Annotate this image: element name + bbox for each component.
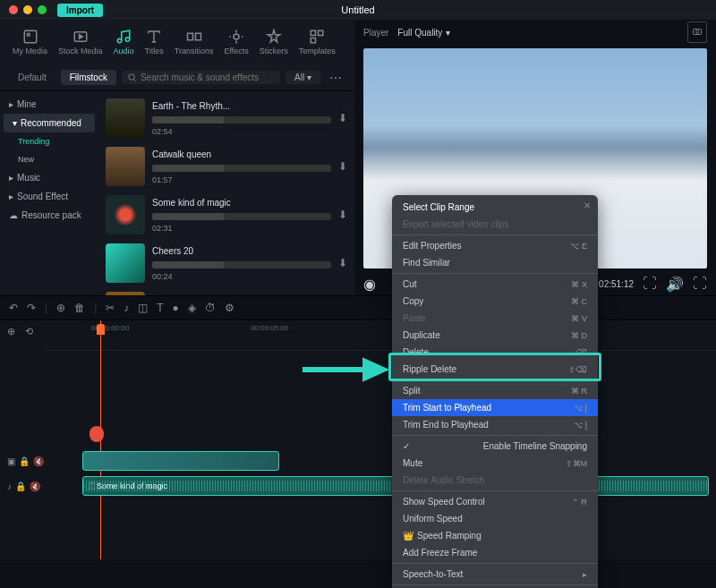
music-tool-icon[interactable]: ♪ [124, 302, 129, 314]
close-icon[interactable]: ✕ [584, 200, 591, 210]
nav-new[interactable]: New [0, 150, 98, 168]
waveform-icon [152, 165, 331, 172]
sliders-icon[interactable]: ⚙ [225, 302, 234, 314]
track-duration: 01:57 [152, 175, 331, 184]
tab-stock-media[interactable]: Stock Media [53, 25, 108, 59]
filter-all[interactable]: All ▾ [286, 71, 320, 84]
snapshot-icon[interactable] [687, 21, 707, 43]
track-link-icon[interactable]: ⟲ [25, 326, 33, 337]
context-menu: ✕ Select Clip Range Export selected vide… [392, 195, 598, 588]
record-icon[interactable]: ● [173, 302, 179, 314]
mute-icon[interactable]: 🔇 [33, 456, 44, 466]
ctx-uniform-speed[interactable]: Uniform Speed [392, 510, 598, 527]
mute-icon[interactable]: 🔇 [30, 481, 40, 491]
tab-audio[interactable]: Audio [108, 25, 140, 59]
volume-icon[interactable]: 🔊 [666, 276, 684, 293]
ctx-copy[interactable]: Copy⌘ C [392, 293, 598, 310]
time-ruler[interactable]: 00:00:00:00 00:00:05:00 00:00:10:00 [45, 320, 716, 351]
audio-track-item[interactable]: Cheers 2000:24⬇ [102, 240, 351, 286]
subtab-filmstock[interactable]: Filmstock [61, 70, 116, 85]
cut-tool-icon[interactable]: ✂ [106, 302, 115, 314]
media-panel: My Media Stock Media Audio Titles Transi… [0, 20, 354, 295]
track-thumbnail [106, 147, 145, 186]
track-duration: 02:31 [152, 224, 331, 233]
ctx-freeze-frame[interactable]: Add Freeze Frame [392, 544, 598, 561]
nav-mine[interactable]: ▸ Mine [0, 95, 98, 114]
import-button[interactable]: Import [57, 4, 103, 17]
waveform-icon [152, 213, 331, 220]
ctx-trim-end[interactable]: Trim End to Playhead⌥ ] [392, 416, 598, 433]
ctx-speed-ramping[interactable]: 👑Speed Ramping [392, 527, 598, 544]
text-tool-icon[interactable]: T [157, 302, 163, 314]
audio-track-item[interactable]: Happy Holidays-Al...01:09⬇ [102, 288, 351, 295]
tab-label: Transitions [175, 47, 214, 55]
svg-rect-12 [694, 30, 702, 35]
ctx-delete-stretch: Delete Audio Stretch [392, 472, 598, 489]
crop-tool-icon[interactable]: ◫ [138, 302, 148, 314]
lock-icon[interactable]: 🔒 [15, 481, 26, 491]
svg-point-7 [234, 34, 239, 39]
ctx-mute[interactable]: Mute⇧⌘M [392, 455, 598, 472]
speed-icon[interactable]: ⏱ [205, 302, 216, 314]
ctx-duplicate[interactable]: Duplicate⌘ D [392, 327, 598, 344]
audio-track-item[interactable]: Catwalk queen01:57⬇ [102, 143, 351, 190]
ctx-split[interactable]: Split⌘ R [392, 382, 598, 399]
maximize-window-button[interactable] [38, 5, 47, 14]
ctx-export-selected: Export selected video clips [392, 216, 598, 233]
title-bar: Import Untitled [0, 0, 716, 20]
search-input[interactable] [141, 72, 275, 82]
tab-stickers[interactable]: Stickers [254, 25, 294, 59]
track-visibility-icon[interactable]: ▣ [7, 456, 15, 466]
download-icon[interactable]: ⬇ [338, 112, 347, 124]
nav-sound-effect[interactable]: ▸ Sound Effect [0, 187, 98, 206]
search-box[interactable] [122, 71, 280, 84]
delete-icon[interactable]: 🗑 [74, 302, 85, 314]
download-icon[interactable]: ⬇ [338, 257, 347, 269]
ctx-trim-start[interactable]: Trim Start to Playhead⌥ [ [392, 399, 598, 416]
ctx-speech-to-text[interactable]: Speech-to-Text▸ [392, 566, 598, 583]
clip-label: Some kind of magic [97, 481, 167, 490]
tab-label: My Media [13, 47, 47, 55]
subtab-default[interactable]: Default [9, 70, 55, 85]
nav-resource-pack[interactable]: ☁ Resource pack [0, 206, 98, 225]
lock-icon[interactable]: 🔒 [19, 456, 30, 466]
download-icon[interactable]: ⬇ [338, 209, 347, 221]
crop-icon[interactable]: ⛶ [643, 276, 657, 292]
quality-selector[interactable]: Full Quality ▾ [397, 28, 450, 38]
undo-icon[interactable]: ↶ [9, 302, 18, 314]
video-clip[interactable] [82, 451, 279, 471]
ctx-speed-control[interactable]: Show Speed Control⌃ R [392, 493, 598, 510]
ctx-ripple-delete[interactable]: Ripple Delete⇧⌫ [392, 361, 598, 378]
audio-track-item[interactable]: Earth - The Rhyth...02:54⬇ [102, 95, 351, 141]
minimize-window-button[interactable] [23, 5, 32, 14]
tab-titles[interactable]: Titles [140, 25, 169, 59]
stop-icon[interactable]: ◉ [363, 276, 376, 293]
window-controls [9, 5, 47, 14]
audio-track-item[interactable]: Some kind of magic02:31⬇ [102, 192, 351, 238]
redo-icon[interactable]: ↷ [27, 302, 36, 314]
ctx-delete[interactable]: Delete⌫ [392, 344, 598, 361]
tab-label: Audio [114, 47, 134, 55]
tab-my-media[interactable]: My Media [7, 25, 53, 59]
ctx-cut[interactable]: Cut⌘ X [392, 276, 598, 293]
marker-icon[interactable]: ◈ [188, 302, 196, 314]
nav-recommended[interactable]: ▾ Recommended [4, 114, 95, 132]
close-window-button[interactable] [9, 5, 18, 14]
tab-effects[interactable]: Effects [218, 25, 253, 59]
fullscreen-icon[interactable]: ⛶ [693, 276, 707, 292]
track-audio-icon[interactable]: ♪ [7, 481, 12, 491]
nav-music[interactable]: ▸ Music [0, 168, 98, 187]
download-icon[interactable]: ⬇ [338, 160, 347, 173]
ctx-find-similar[interactable]: Find Similar [392, 254, 598, 271]
pointer-tool-icon[interactable]: ⊕ [56, 302, 65, 314]
ctx-edit-properties[interactable]: Edit Properties⌥ E [392, 237, 598, 254]
track-add-icon[interactable]: ⊕ [7, 326, 15, 337]
crown-icon: 👑 [403, 531, 413, 541]
track-title: Cheers 20 [152, 246, 331, 256]
tab-transitions[interactable]: Transitions [169, 25, 219, 59]
tab-templates[interactable]: Templates [294, 25, 341, 59]
more-options-icon[interactable]: ⋯ [326, 71, 345, 85]
nav-trending[interactable]: Trending [0, 132, 98, 150]
ctx-snapping[interactable]: ✓ Enable Timeline Snapping [392, 438, 598, 455]
timeline-marker[interactable] [90, 426, 104, 442]
